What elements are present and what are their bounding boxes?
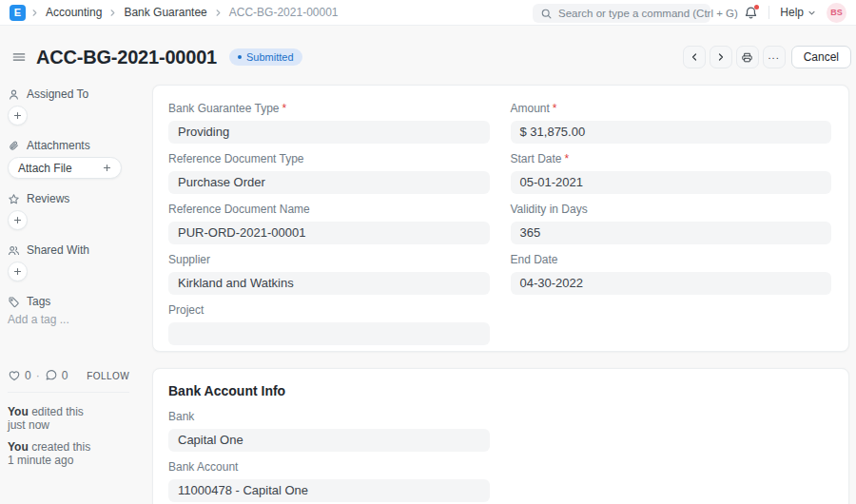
add-tag-input[interactable]: Add a tag ... [8,313,129,326]
search-icon [540,8,553,20]
start-date-input[interactable]: 05-01-2021 [511,171,832,194]
printer-icon [741,51,753,64]
next-document-button[interactable] [710,46,732,68]
likes-row: 0 · 0 FOLLOW [8,369,129,382]
plus-icon [12,266,23,277]
heart-icon[interactable] [8,369,21,382]
print-button[interactable] [736,46,759,68]
field-label: Bank Account [168,460,490,474]
field-project: Project [168,303,490,345]
chevron-left-icon [689,51,700,63]
app-logo[interactable]: E [10,5,26,21]
required-asterisk: * [553,102,557,115]
divider [768,6,769,19]
supplier-input[interactable]: Kirkland and Watkins [168,272,490,295]
add-review-button[interactable] [8,210,28,230]
follow-button[interactable]: FOLLOW [87,371,129,381]
attach-file-label: Attach File [18,162,72,175]
attach-file-button[interactable]: Attach File [8,157,122,179]
help-label: Help [780,6,804,19]
field-reference-document-type: Reference Document Type Purchase Order [168,152,490,194]
notification-dot [754,5,759,10]
notifications-bell-icon[interactable] [744,6,758,20]
activity-time: just now [8,418,49,432]
reviews-label: Reviews [27,192,69,205]
activity-time: 1 minute ago [8,454,73,467]
plus-icon [12,215,23,225]
chevron-right-icon [29,8,40,18]
field-label: End Date [511,253,832,266]
field-label: Reference Document Name [168,203,490,216]
field-label: Supplier [168,253,490,266]
validity-in-days-input[interactable]: 365 [511,222,832,244]
tag-icon [8,296,20,308]
field-end-date: End Date 04-30-2022 [511,253,832,295]
form-section-bank-account-info: Bank Account Info Bank Capital One Bank … [152,368,849,504]
field-supplier: Supplier Kirkland and Watkins [168,253,490,295]
field-label: Amount* [511,102,832,115]
section-title: Bank Account Info [168,383,831,398]
activity-entry: You created this 1 minute ago [8,441,129,467]
bank-guarantee-type-input[interactable]: Providing [168,121,490,144]
status-label: Submitted [246,51,294,63]
reference-document-name-input[interactable]: PUR-ORD-2021-00001 [168,222,490,244]
amount-input[interactable]: $ 31,875.00 [511,121,832,144]
field-amount: Amount* $ 31,875.00 [511,102,832,144]
chevron-right-icon [715,51,727,63]
help-menu[interactable]: Help [780,6,816,19]
cancel-button[interactable]: Cancel [791,46,851,68]
global-search-input[interactable]: Search or type a command (Ctrl + G) [533,4,710,23]
paperclip-icon [8,140,20,152]
assigned-to-label: Assigned To [27,87,88,101]
count-separator: · [36,369,40,382]
star-icon [8,193,20,205]
user-avatar[interactable]: BS [827,3,846,23]
reference-document-type-input[interactable]: Purchase Order [168,171,490,194]
activity-user: You [8,405,29,418]
comment-count: 0 [62,369,68,382]
end-date-input[interactable]: 04-30-2022 [511,272,832,295]
breadcrumb-accounting[interactable]: Accounting [46,6,102,19]
field-label: Start Date* [511,152,832,165]
field-label: Bank Guarantee Type* [168,102,490,115]
status-badge: Submitted [229,48,302,66]
more-options-button[interactable]: ... [763,46,786,68]
activity-action: edited this [31,405,84,418]
tags-label: Tags [27,295,50,308]
attachments-label: Attachments [27,139,90,152]
divider [8,392,129,393]
page-head: ACC-BG-2021-00001 Submitted ... Cancel [0,43,856,71]
project-input[interactable] [168,322,490,345]
add-assignment-button[interactable] [8,106,28,126]
field-bank: Bank Capital One [168,410,490,452]
page-title: ACC-BG-2021-00001 [36,48,217,67]
required-asterisk: * [565,152,570,165]
person-icon [8,88,20,101]
field-bank-account: Bank Account 11000478 - Capital One [168,460,490,502]
search-placeholder: Search or type a command (Ctrl + G) [558,8,738,19]
field-label: Reference Document Type [168,152,490,165]
previous-document-button[interactable] [683,46,706,68]
breadcrumb-bank-guarantee[interactable]: Bank Guarantee [124,6,206,19]
field-label: Bank [168,410,490,423]
chevron-down-icon [807,9,816,17]
required-asterisk: * [282,102,287,115]
field-validity-in-days: Validity in Days 365 [511,203,832,244]
field-label: Project [168,303,490,317]
plus-icon [102,163,112,173]
field-bank-guarantee-type: Bank Guarantee Type* Providing [168,102,490,144]
form-sidebar: Assigned To Attachments Attach File Revi… [8,87,129,476]
breadcrumb-current: ACC-BG-2021-00001 [229,6,339,19]
chevron-right-icon [107,8,118,18]
breadcrumb: Accounting Bank Guarantee ACC-BG-2021-00… [29,6,339,19]
bank-input[interactable]: Capital One [168,429,490,452]
bank-account-input[interactable]: 11000478 - Capital One [168,479,490,502]
chevron-right-icon [213,8,224,18]
comment-icon[interactable] [45,369,58,382]
status-dot [238,55,242,59]
shared-with-label: Shared With [27,243,89,257]
activity-user: You [8,440,29,454]
sidebar-toggle-icon[interactable] [11,50,27,64]
activity-action: created this [31,440,90,454]
add-share-button[interactable] [8,262,28,281]
